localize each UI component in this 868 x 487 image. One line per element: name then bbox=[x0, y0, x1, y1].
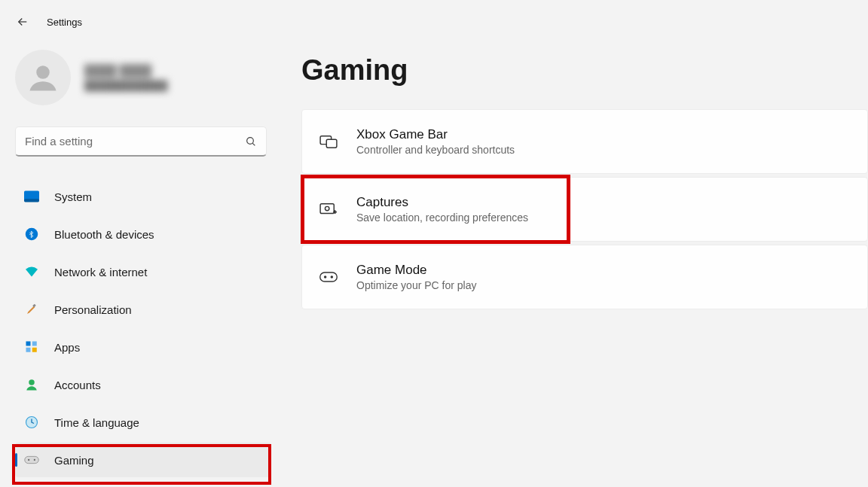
svg-rect-16 bbox=[326, 139, 337, 148]
svg-rect-7 bbox=[32, 342, 37, 346]
sidebar-item-gaming[interactable]: Gaming bbox=[15, 443, 271, 477]
svg-point-14 bbox=[34, 459, 35, 461]
svg-rect-5 bbox=[32, 304, 36, 308]
search-icon bbox=[245, 135, 257, 148]
sidebar-item-system[interactable]: System bbox=[15, 179, 271, 214]
apps-icon bbox=[24, 339, 39, 355]
page-title: Gaming bbox=[301, 54, 868, 87]
profile-name: ████ ████ bbox=[84, 64, 168, 77]
search-box[interactable] bbox=[15, 126, 267, 157]
sidebar-item-personalization[interactable]: Personalization bbox=[15, 292, 271, 327]
svg-rect-8 bbox=[26, 348, 31, 352]
sidebar-item-network[interactable]: Network & internet bbox=[15, 254, 271, 289]
sidebar-item-label: Gaming bbox=[54, 454, 94, 467]
profile-block[interactable]: ████ ████ ████████████ bbox=[15, 50, 267, 105]
sidebar-item-label: Accounts bbox=[54, 379, 101, 391]
monitor-icon bbox=[24, 189, 39, 204]
card-title: Game Mode bbox=[356, 263, 477, 278]
wifi-icon bbox=[24, 264, 39, 279]
gamepad-icon bbox=[24, 452, 39, 467]
svg-point-0 bbox=[36, 65, 50, 79]
bluetooth-icon bbox=[24, 227, 39, 242]
sidebar-item-bluetooth[interactable]: Bluetooth & devices bbox=[15, 217, 271, 251]
sidebar-item-label: Apps bbox=[54, 341, 80, 354]
card-subtitle: Optimize your PC for play bbox=[356, 279, 477, 291]
back-button[interactable] bbox=[15, 14, 30, 29]
card-subtitle: Controller and keyboard shortcuts bbox=[356, 144, 515, 156]
sidebar-item-label: Network & internet bbox=[54, 266, 147, 279]
svg-point-18 bbox=[325, 206, 329, 210]
arrow-left-icon bbox=[16, 15, 29, 29]
svg-point-1 bbox=[247, 137, 254, 144]
sidebar-item-apps[interactable]: Apps bbox=[15, 330, 271, 364]
gamepad-outline-icon bbox=[319, 267, 338, 287]
svg-rect-19 bbox=[320, 272, 338, 282]
svg-point-21 bbox=[331, 276, 332, 278]
svg-rect-6 bbox=[26, 342, 31, 346]
card-title: Xbox Game Bar bbox=[356, 127, 515, 142]
profile-email: ████████████ bbox=[84, 80, 168, 91]
captures-icon bbox=[319, 199, 338, 219]
nav-list: System Bluetooth & devices Network & int… bbox=[15, 179, 271, 477]
card-xbox-game-bar[interactable]: Xbox Game Bar Controller and keyboard sh… bbox=[301, 109, 868, 174]
sidebar-item-label: Personalization bbox=[54, 303, 132, 316]
avatar bbox=[15, 50, 71, 105]
card-captures[interactable]: Captures Save location, recording prefer… bbox=[301, 177, 868, 242]
sidebar-item-label: Bluetooth & devices bbox=[54, 228, 154, 241]
card-subtitle: Save location, recording preferences bbox=[356, 212, 528, 224]
titlebar: Settings bbox=[0, 0, 868, 44]
svg-rect-12 bbox=[25, 456, 38, 463]
sidebar-item-label: Time & language bbox=[54, 416, 139, 429]
person-icon bbox=[27, 62, 59, 93]
xbox-bar-icon bbox=[319, 132, 338, 151]
sidebar-item-time-language[interactable]: Time & language bbox=[15, 405, 271, 440]
svg-rect-9 bbox=[32, 348, 37, 352]
sidebar: ████ ████ ████████████ System Bluetooth … bbox=[0, 44, 279, 480]
app-title: Settings bbox=[47, 17, 82, 28]
svg-point-20 bbox=[325, 276, 326, 278]
search-input[interactable] bbox=[25, 135, 245, 148]
svg-point-10 bbox=[29, 379, 35, 385]
card-title: Captures bbox=[356, 195, 528, 210]
main-content: Gaming Xbox Game Bar Controller and keyb… bbox=[279, 44, 868, 480]
sidebar-item-accounts[interactable]: Accounts bbox=[15, 367, 271, 402]
paintbrush-icon bbox=[24, 302, 39, 317]
clock-globe-icon bbox=[24, 415, 39, 430]
card-game-mode[interactable]: Game Mode Optimize your PC for play bbox=[301, 245, 868, 309]
svg-rect-3 bbox=[24, 199, 39, 202]
svg-point-13 bbox=[28, 459, 29, 461]
sidebar-item-label: System bbox=[54, 190, 92, 203]
profile-text: ████ ████ ████████████ bbox=[84, 64, 168, 91]
svg-rect-17 bbox=[320, 204, 334, 214]
account-icon bbox=[24, 377, 39, 392]
